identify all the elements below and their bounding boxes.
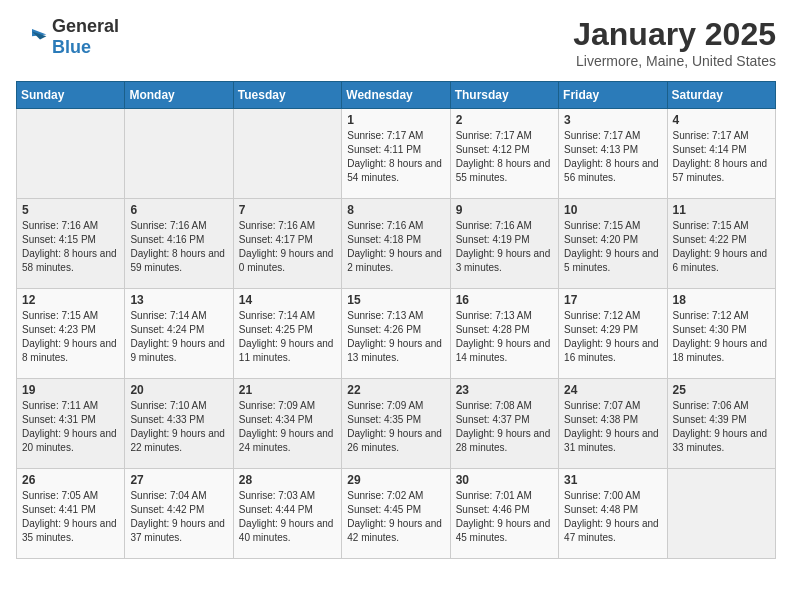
day-info: Sunrise: 7:10 AM Sunset: 4:33 PM Dayligh… [130,399,227,455]
calendar-cell: 29Sunrise: 7:02 AM Sunset: 4:45 PM Dayli… [342,469,450,559]
day-number: 8 [347,203,444,217]
day-number: 21 [239,383,336,397]
day-info: Sunrise: 7:01 AM Sunset: 4:46 PM Dayligh… [456,489,553,545]
calendar-cell: 13Sunrise: 7:14 AM Sunset: 4:24 PM Dayli… [125,289,233,379]
calendar-cell [667,469,775,559]
calendar-cell: 18Sunrise: 7:12 AM Sunset: 4:30 PM Dayli… [667,289,775,379]
day-header-monday: Monday [125,82,233,109]
day-info: Sunrise: 7:08 AM Sunset: 4:37 PM Dayligh… [456,399,553,455]
day-header-friday: Friday [559,82,667,109]
day-info: Sunrise: 7:00 AM Sunset: 4:48 PM Dayligh… [564,489,661,545]
day-info: Sunrise: 7:14 AM Sunset: 4:24 PM Dayligh… [130,309,227,365]
calendar-title: January 2025 [573,16,776,53]
day-info: Sunrise: 7:09 AM Sunset: 4:35 PM Dayligh… [347,399,444,455]
day-info: Sunrise: 7:17 AM Sunset: 4:14 PM Dayligh… [673,129,770,185]
day-number: 5 [22,203,119,217]
day-number: 18 [673,293,770,307]
calendar-cell: 5Sunrise: 7:16 AM Sunset: 4:15 PM Daylig… [17,199,125,289]
day-info: Sunrise: 7:17 AM Sunset: 4:11 PM Dayligh… [347,129,444,185]
day-info: Sunrise: 7:17 AM Sunset: 4:12 PM Dayligh… [456,129,553,185]
calendar-cell: 12Sunrise: 7:15 AM Sunset: 4:23 PM Dayli… [17,289,125,379]
calendar-cell: 3Sunrise: 7:17 AM Sunset: 4:13 PM Daylig… [559,109,667,199]
calendar-cell: 30Sunrise: 7:01 AM Sunset: 4:46 PM Dayli… [450,469,558,559]
calendar-cell: 28Sunrise: 7:03 AM Sunset: 4:44 PM Dayli… [233,469,341,559]
calendar-cell: 7Sunrise: 7:16 AM Sunset: 4:17 PM Daylig… [233,199,341,289]
calendar-cell: 10Sunrise: 7:15 AM Sunset: 4:20 PM Dayli… [559,199,667,289]
logo: General Blue [16,16,119,58]
day-number: 15 [347,293,444,307]
calendar-cell [125,109,233,199]
calendar-cell: 14Sunrise: 7:14 AM Sunset: 4:25 PM Dayli… [233,289,341,379]
day-number: 29 [347,473,444,487]
day-number: 12 [22,293,119,307]
header: General Blue January 2025 Livermore, Mai… [16,16,776,69]
logo-text-blue: Blue [52,37,91,57]
week-row-3: 12Sunrise: 7:15 AM Sunset: 4:23 PM Dayli… [17,289,776,379]
day-info: Sunrise: 7:17 AM Sunset: 4:13 PM Dayligh… [564,129,661,185]
day-info: Sunrise: 7:04 AM Sunset: 4:42 PM Dayligh… [130,489,227,545]
calendar-cell: 23Sunrise: 7:08 AM Sunset: 4:37 PM Dayli… [450,379,558,469]
day-info: Sunrise: 7:05 AM Sunset: 4:41 PM Dayligh… [22,489,119,545]
day-number: 6 [130,203,227,217]
calendar-cell: 17Sunrise: 7:12 AM Sunset: 4:29 PM Dayli… [559,289,667,379]
calendar-cell: 21Sunrise: 7:09 AM Sunset: 4:34 PM Dayli… [233,379,341,469]
calendar-cell: 24Sunrise: 7:07 AM Sunset: 4:38 PM Dayli… [559,379,667,469]
day-number: 26 [22,473,119,487]
calendar-header: SundayMondayTuesdayWednesdayThursdayFrid… [17,82,776,109]
day-number: 16 [456,293,553,307]
day-number: 17 [564,293,661,307]
calendar-cell: 20Sunrise: 7:10 AM Sunset: 4:33 PM Dayli… [125,379,233,469]
day-info: Sunrise: 7:16 AM Sunset: 4:17 PM Dayligh… [239,219,336,275]
day-number: 2 [456,113,553,127]
day-info: Sunrise: 7:13 AM Sunset: 4:28 PM Dayligh… [456,309,553,365]
calendar-subtitle: Livermore, Maine, United States [573,53,776,69]
week-row-1: 1Sunrise: 7:17 AM Sunset: 4:11 PM Daylig… [17,109,776,199]
calendar-cell: 15Sunrise: 7:13 AM Sunset: 4:26 PM Dayli… [342,289,450,379]
day-number: 14 [239,293,336,307]
day-number: 10 [564,203,661,217]
day-number: 25 [673,383,770,397]
day-number: 31 [564,473,661,487]
day-header-saturday: Saturday [667,82,775,109]
day-number: 23 [456,383,553,397]
calendar-cell [17,109,125,199]
calendar-cell: 31Sunrise: 7:00 AM Sunset: 4:48 PM Dayli… [559,469,667,559]
day-info: Sunrise: 7:13 AM Sunset: 4:26 PM Dayligh… [347,309,444,365]
day-header-sunday: Sunday [17,82,125,109]
day-number: 7 [239,203,336,217]
day-number: 4 [673,113,770,127]
day-info: Sunrise: 7:15 AM Sunset: 4:20 PM Dayligh… [564,219,661,275]
day-info: Sunrise: 7:15 AM Sunset: 4:23 PM Dayligh… [22,309,119,365]
day-number: 13 [130,293,227,307]
calendar-cell [233,109,341,199]
day-number: 9 [456,203,553,217]
day-number: 30 [456,473,553,487]
calendar-cell: 22Sunrise: 7:09 AM Sunset: 4:35 PM Dayli… [342,379,450,469]
day-header-tuesday: Tuesday [233,82,341,109]
day-number: 24 [564,383,661,397]
day-info: Sunrise: 7:07 AM Sunset: 4:38 PM Dayligh… [564,399,661,455]
day-header-thursday: Thursday [450,82,558,109]
calendar-table: SundayMondayTuesdayWednesdayThursdayFrid… [16,81,776,559]
day-info: Sunrise: 7:09 AM Sunset: 4:34 PM Dayligh… [239,399,336,455]
day-info: Sunrise: 7:03 AM Sunset: 4:44 PM Dayligh… [239,489,336,545]
calendar-cell: 8Sunrise: 7:16 AM Sunset: 4:18 PM Daylig… [342,199,450,289]
calendar-cell: 6Sunrise: 7:16 AM Sunset: 4:16 PM Daylig… [125,199,233,289]
calendar-cell: 9Sunrise: 7:16 AM Sunset: 4:19 PM Daylig… [450,199,558,289]
logo-icon [16,25,48,49]
calendar-cell: 11Sunrise: 7:15 AM Sunset: 4:22 PM Dayli… [667,199,775,289]
day-info: Sunrise: 7:14 AM Sunset: 4:25 PM Dayligh… [239,309,336,365]
calendar-cell: 2Sunrise: 7:17 AM Sunset: 4:12 PM Daylig… [450,109,558,199]
day-info: Sunrise: 7:16 AM Sunset: 4:19 PM Dayligh… [456,219,553,275]
week-row-5: 26Sunrise: 7:05 AM Sunset: 4:41 PM Dayli… [17,469,776,559]
calendar-cell: 27Sunrise: 7:04 AM Sunset: 4:42 PM Dayli… [125,469,233,559]
day-info: Sunrise: 7:16 AM Sunset: 4:18 PM Dayligh… [347,219,444,275]
calendar-cell: 26Sunrise: 7:05 AM Sunset: 4:41 PM Dayli… [17,469,125,559]
day-info: Sunrise: 7:11 AM Sunset: 4:31 PM Dayligh… [22,399,119,455]
day-number: 20 [130,383,227,397]
calendar-cell: 4Sunrise: 7:17 AM Sunset: 4:14 PM Daylig… [667,109,775,199]
days-of-week-row: SundayMondayTuesdayWednesdayThursdayFrid… [17,82,776,109]
week-row-4: 19Sunrise: 7:11 AM Sunset: 4:31 PM Dayli… [17,379,776,469]
day-number: 27 [130,473,227,487]
calendar-cell: 19Sunrise: 7:11 AM Sunset: 4:31 PM Dayli… [17,379,125,469]
